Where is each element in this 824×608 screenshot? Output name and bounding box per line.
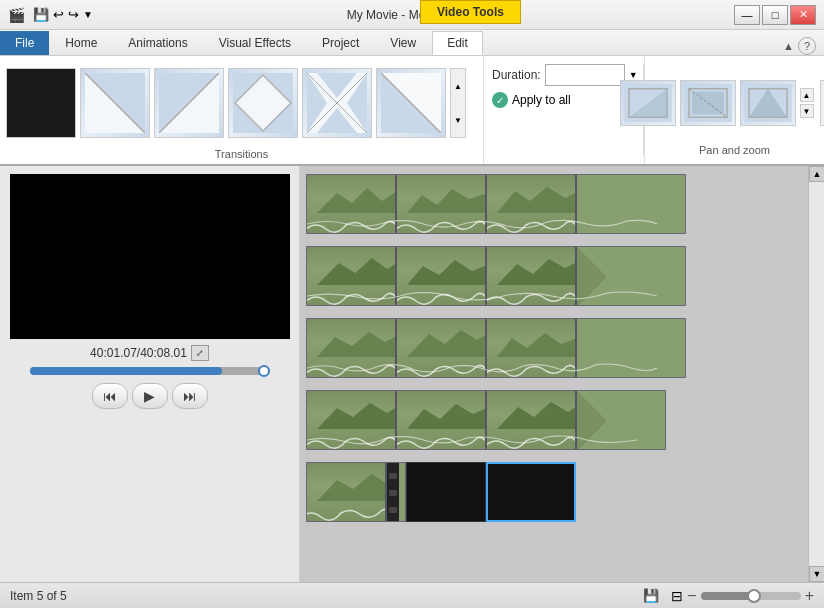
tab-visual-effects[interactable]: Visual Effects [204, 31, 306, 55]
clip-body-3[interactable] [306, 318, 686, 378]
duration-input[interactable] [545, 64, 625, 86]
apply-all-row[interactable]: ✓ Apply to all [492, 92, 635, 108]
panzoom-scroll[interactable]: ▲ ▼ [800, 88, 814, 118]
timeline-content [300, 166, 824, 530]
fullscreen-button[interactable]: ⤢ [191, 345, 209, 361]
clip-frame-5a [307, 463, 387, 521]
clip-body-2[interactable] [306, 246, 686, 306]
panzoom-item-2[interactable] [680, 80, 736, 126]
transitions-area: ▲ ▼ Transitions [0, 56, 483, 164]
app-icon: 🎬 [8, 7, 25, 23]
rewind-button[interactable]: ⏮ [92, 383, 128, 409]
clip-5-container [306, 462, 576, 522]
statusbar: Item 5 of 5 💾 ⊟ − + [0, 582, 824, 608]
zoom-thumb[interactable] [747, 589, 761, 603]
tab-file[interactable]: File [0, 31, 49, 55]
tab-project[interactable]: Project [307, 31, 374, 55]
ribbon-right: ▲ ? [783, 37, 824, 55]
zoom-in-button[interactable]: + [805, 587, 814, 605]
ribbon: ▲ ▼ Transitions Duration: ▼ ✓ Apply to a… [0, 56, 824, 166]
clip-body-1[interactable] [306, 174, 686, 234]
clip-strip-4 [306, 388, 804, 452]
timecode-display: 40:01.07/40:08.01 ⤢ [90, 345, 209, 361]
close-button[interactable]: ✕ [790, 5, 816, 25]
preview-panel: 40:01.07/40:08.01 ⤢ ⏮ ▶ ⏭ [0, 166, 300, 582]
tab-home[interactable]: Home [50, 31, 112, 55]
scroll-track[interactable] [809, 182, 824, 566]
quick-access-icon[interactable]: ▼ [83, 9, 93, 20]
zoom-slider-fill [701, 592, 751, 600]
tab-animations[interactable]: Animations [113, 31, 202, 55]
progress-fill [30, 367, 222, 375]
film-strip-edge [387, 463, 399, 522]
apply-icon: ✓ [492, 92, 508, 108]
transition-x-cross[interactable] [302, 68, 372, 138]
zoom-controls: 💾 ⊟ − + [643, 587, 814, 605]
preview-video [10, 174, 290, 339]
zoom-out-button[interactable]: − [687, 587, 696, 605]
playback-controls: ⏮ ▶ ⏭ [92, 383, 208, 409]
titlebar: 🎬 💾 ↩ ↪ ▼ My Movie - Movie Maker Video T… [0, 0, 824, 30]
transition-scroll[interactable]: ▲ ▼ [450, 68, 466, 138]
fast-forward-button[interactable]: ⏭ [172, 383, 208, 409]
transition-items: ▲ ▼ [6, 60, 477, 146]
maximize-button[interactable]: □ [762, 5, 788, 25]
clip-strip-1 [306, 172, 804, 236]
minimize-button[interactable]: — [734, 5, 760, 25]
status-text: Item 5 of 5 [10, 589, 67, 603]
zoom-slider[interactable] [701, 592, 801, 600]
transition-diamond[interactable] [228, 68, 298, 138]
redo-icon[interactable]: ↪ [68, 7, 79, 22]
save-icon[interactable]: 💾 [33, 7, 49, 22]
panzoom-label: Pan and zoom [699, 142, 770, 156]
clip-strip-5 [306, 460, 804, 524]
clip-strip-2 [306, 244, 804, 308]
expand-ribbon-icon[interactable]: ▲ [783, 40, 794, 52]
titlebar-left: 🎬 💾 ↩ ↪ ▼ [8, 7, 93, 23]
clip-body-5[interactable] [306, 462, 406, 522]
help-icon[interactable]: ? [798, 37, 816, 55]
panzoom-item-1[interactable] [620, 80, 676, 126]
zoom-icon: ⊟ [671, 588, 683, 604]
video-tools-tab[interactable]: Video Tools [420, 0, 521, 24]
duration-label: Duration: [492, 68, 541, 82]
titlebar-controls: — □ ✕ [734, 5, 816, 25]
clip-body-4[interactable] [306, 390, 666, 450]
scroll-down-button[interactable]: ▼ [809, 566, 824, 582]
transition-corner[interactable] [376, 68, 446, 138]
transition-diagonal-2[interactable] [154, 68, 224, 138]
tab-edit[interactable]: Edit [432, 31, 483, 55]
tab-view[interactable]: View [375, 31, 431, 55]
panzoom-item-3[interactable] [740, 80, 796, 126]
clip-strip-3 [306, 316, 804, 380]
clip-black-1[interactable] [406, 462, 486, 522]
panzoom-items: ▲ ▼ [620, 64, 825, 142]
progress-bar[interactable] [30, 367, 270, 375]
ribbon-tabs: File Home Animations Visual Effects Proj… [0, 30, 824, 56]
duration-row: Duration: ▼ [492, 64, 635, 86]
panzoom-extra-button[interactable] [820, 80, 825, 126]
transition-diagonal-1[interactable] [80, 68, 150, 138]
save-project-icon[interactable]: 💾 [643, 588, 659, 603]
timeline-panel: ▲ ▼ [300, 166, 824, 582]
progress-thumb[interactable] [258, 365, 270, 377]
scroll-up-button[interactable]: ▲ [809, 166, 824, 182]
panzoom-area: ▲ ▼ Pan and zoom [644, 56, 824, 164]
main-area: 40:01.07/40:08.01 ⤢ ⏮ ▶ ⏭ [0, 166, 824, 582]
play-button[interactable]: ▶ [132, 383, 168, 409]
apply-all-label: Apply to all [512, 93, 571, 107]
clip-black-2[interactable] [486, 462, 576, 522]
undo-icon[interactable]: ↩ [53, 7, 64, 22]
timeline-scrollbar[interactable]: ▲ ▼ [808, 166, 824, 582]
transitions-label: Transitions [6, 146, 477, 160]
transition-none[interactable] [6, 68, 76, 138]
timecode-value: 40:01.07/40:08.01 [90, 346, 187, 360]
